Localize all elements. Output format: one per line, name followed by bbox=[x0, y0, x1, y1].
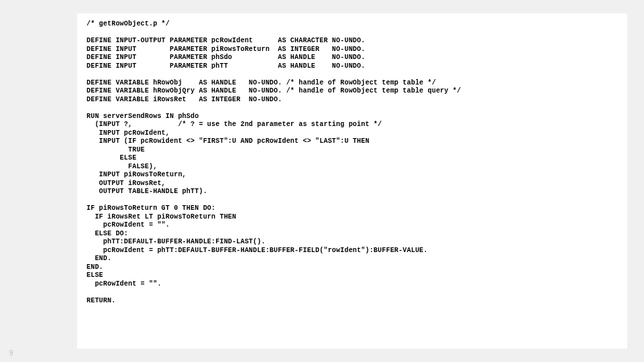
code-block: /* getRowObject.p */ DEFINE INPUT-OUTPUT… bbox=[77, 13, 627, 349]
code-text: /* getRowObject.p */ DEFINE INPUT-OUTPUT… bbox=[87, 20, 618, 305]
slide-number: 9 bbox=[9, 349, 13, 357]
